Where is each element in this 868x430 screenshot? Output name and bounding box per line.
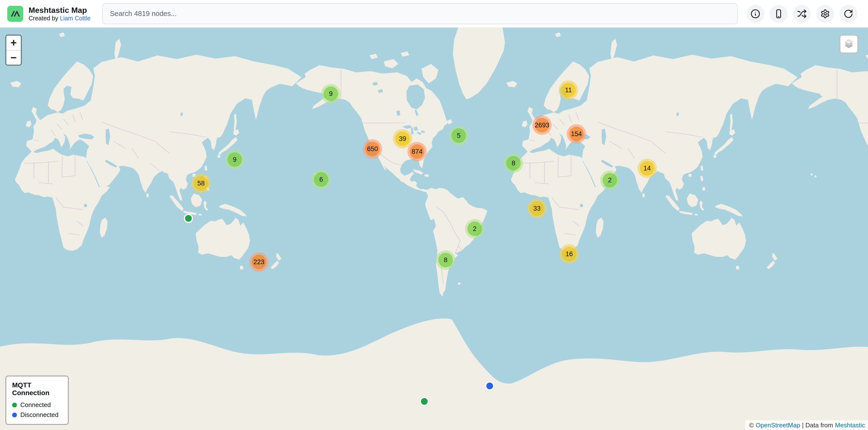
cluster-marker[interactable]: 8 — [504, 154, 523, 173]
cluster-count: 11 — [561, 83, 576, 97]
attribution-middle: | Data from — [802, 422, 833, 429]
cluster-count: 5 — [452, 128, 466, 143]
brand: Meshtastic Map Created by Liam Cottle — [0, 6, 91, 22]
app-header: Meshtastic Map Created by Liam Cottle — [0, 0, 868, 28]
cluster-count: 58 — [194, 176, 208, 191]
cluster-marker[interactable]: 33 — [527, 199, 547, 218]
info-button[interactable] — [746, 5, 764, 23]
cluster-count: 16 — [562, 247, 577, 261]
cluster-count: 9 — [323, 87, 338, 101]
cluster-marker[interactable]: 5 — [449, 126, 468, 145]
refresh-icon — [843, 9, 853, 19]
cluster-marker[interactable]: 58 — [191, 174, 211, 193]
cluster-marker[interactable]: 9 — [321, 84, 341, 103]
cluster-marker[interactable]: 8 — [436, 250, 455, 270]
legend-label: Connected — [20, 401, 51, 409]
random-node-button[interactable] — [793, 5, 811, 23]
cluster-count: 2 — [602, 173, 617, 188]
cluster-count: 2693 — [535, 118, 549, 132]
cluster-count: 39 — [395, 131, 410, 146]
cluster-count: 6 — [314, 172, 329, 187]
cluster-count: 223 — [252, 255, 266, 269]
cluster-count: 8 — [438, 253, 453, 267]
refresh-button[interactable] — [839, 5, 857, 23]
mqtt-connection-legend: MQTT Connection Connected Disconnected — [5, 375, 69, 425]
cluster-count: 9 — [227, 152, 242, 167]
legend-item-disconnected: Disconnected — [12, 411, 63, 419]
cluster-count: 33 — [530, 201, 544, 216]
cluster-count: 874 — [410, 144, 424, 159]
disconnected-dot-icon — [12, 412, 17, 418]
cluster-count: 154 — [569, 127, 584, 141]
page-title: Meshtastic Map — [29, 6, 91, 15]
node-marker-disconnected[interactable] — [485, 381, 494, 391]
cluster-count: 14 — [640, 161, 654, 175]
map-attribution: © OpenStreetMap | Data from Meshtastic — [745, 420, 868, 430]
settings-button[interactable] — [816, 5, 834, 23]
header-actions — [746, 5, 868, 23]
copyright-symbol: © — [749, 422, 754, 429]
cluster-count: 2 — [467, 222, 482, 236]
cluster-marker[interactable]: 874 — [407, 142, 427, 161]
legend-title: MQTT Connection — [12, 381, 63, 397]
info-icon — [750, 9, 760, 19]
layers-icon — [843, 38, 855, 51]
node-marker-connected[interactable] — [420, 397, 429, 406]
meshtastic-logo-icon — [7, 6, 23, 22]
zoom-out-button[interactable]: − — [6, 50, 21, 65]
node-marker-connected[interactable] — [184, 214, 193, 223]
meshtastic-link[interactable]: Meshtastic — [835, 422, 865, 429]
world-map[interactable]: 939650874511269315482143316289586223 — [0, 28, 868, 430]
connected-dot-icon — [12, 403, 17, 407]
cluster-marker[interactable]: 2 — [465, 219, 485, 238]
search-container — [91, 3, 746, 24]
byline: Created by Liam Cottle — [29, 15, 91, 22]
device-button[interactable] — [770, 5, 787, 23]
zoom-control: + − — [5, 35, 22, 66]
byline-prefix: Created by — [29, 15, 58, 22]
zoom-in-button[interactable]: + — [6, 36, 21, 50]
legend-label: Disconnected — [20, 411, 59, 419]
cluster-marker[interactable]: 2693 — [532, 115, 552, 135]
cluster-marker[interactable]: 14 — [638, 159, 657, 178]
gear-icon — [820, 9, 830, 19]
marker-layer: 939650874511269315482143316289586223 — [0, 28, 868, 430]
cluster-marker[interactable]: 223 — [249, 252, 269, 272]
cluster-marker[interactable]: 2 — [600, 170, 620, 190]
osm-link[interactable]: OpenStreetMap — [755, 422, 800, 429]
smartphone-icon — [774, 9, 783, 19]
cluster-marker[interactable]: 9 — [225, 150, 244, 169]
cluster-marker[interactable]: 11 — [559, 80, 578, 100]
cluster-marker[interactable]: 16 — [559, 244, 579, 264]
cluster-count: 650 — [365, 142, 380, 156]
cluster-marker[interactable]: 650 — [363, 139, 382, 159]
shuffle-icon — [797, 9, 807, 19]
cluster-count: 8 — [506, 156, 521, 170]
search-input[interactable] — [102, 3, 738, 24]
layers-control[interactable] — [839, 35, 858, 54]
author-link[interactable]: Liam Cottle — [60, 15, 90, 22]
cluster-marker[interactable]: 154 — [567, 124, 586, 143]
cluster-marker[interactable]: 6 — [311, 170, 331, 189]
legend-item-connected: Connected — [12, 401, 63, 409]
